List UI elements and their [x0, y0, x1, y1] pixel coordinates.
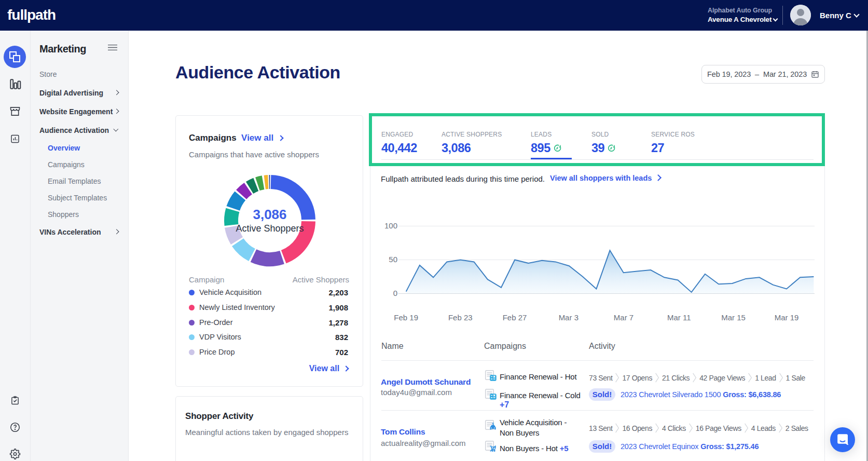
svg-text:Feb 19: Feb 19	[394, 313, 418, 322]
svg-text:100: 100	[384, 221, 397, 230]
svg-text:Mar 11: Mar 11	[667, 313, 691, 322]
svg-text:3,086: 3,086	[253, 207, 286, 222]
svg-text:Active Shoppers: Active Shoppers	[236, 223, 304, 234]
svg-text:50: 50	[389, 255, 397, 264]
svg-text:Feb 23: Feb 23	[448, 313, 473, 322]
svg-text:$: $	[492, 422, 494, 426]
svg-text:Mar 19: Mar 19	[775, 313, 799, 322]
svg-text:Mar 15: Mar 15	[721, 313, 746, 322]
svg-text:Mar 3: Mar 3	[559, 313, 578, 322]
svg-text:Feb 27: Feb 27	[503, 313, 527, 322]
svg-text:Mar 7: Mar 7	[614, 313, 633, 322]
svg-text:0: 0	[393, 289, 397, 297]
